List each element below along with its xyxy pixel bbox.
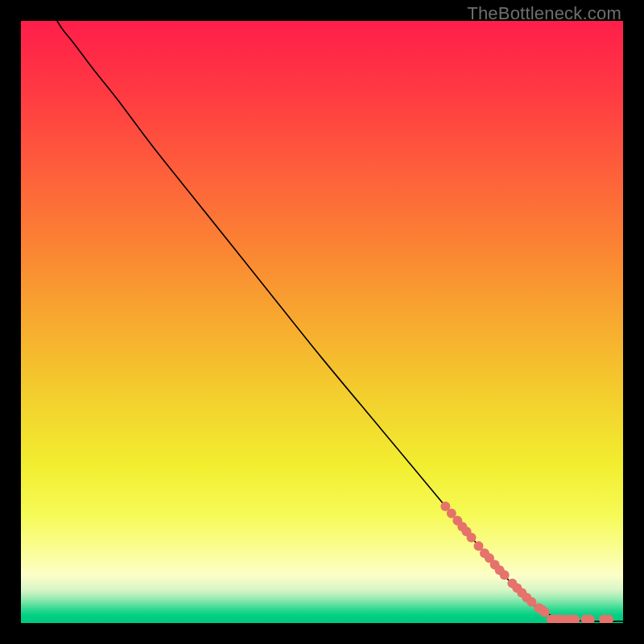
chart-svg	[21, 21, 623, 623]
data-marker	[467, 533, 477, 543]
plot-area	[21, 21, 623, 623]
chart-frame: TheBottleneck.com	[0, 0, 644, 644]
watermark-text: TheBottleneck.com	[467, 3, 621, 24]
data-marker	[500, 570, 510, 580]
data-marker	[540, 608, 550, 617]
gradient-background	[21, 21, 623, 623]
